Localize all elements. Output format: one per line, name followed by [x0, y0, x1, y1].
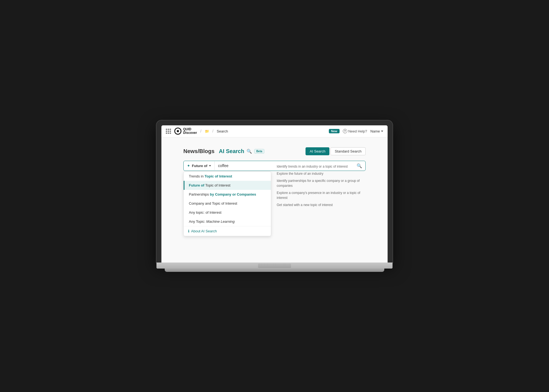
grid-icon[interactable] [166, 129, 171, 134]
hint-2: Explore the future of an industry [277, 170, 366, 177]
logo-text: QUIDDiscover [183, 128, 197, 135]
laptop-base [156, 263, 393, 269]
dropdown-footer[interactable]: ℹ About AI Search [184, 226, 271, 236]
standard-search-toggle[interactable]: Standard Search [330, 147, 366, 155]
screen-bezel: QUIDDiscover / 📁 / Search New ? Need Hel… [156, 120, 393, 263]
search-type-label: Future of [192, 164, 207, 168]
chevron-down-icon [381, 131, 383, 132]
search-hints: Identify trends in an industry or a topi… [277, 161, 366, 211]
hint-3: Identify partnerships for a specific com… [277, 177, 366, 189]
page-title: News/Blogs AI Search 🔍 Beta [183, 148, 264, 154]
hint-1: Identify trends in an industry or a topi… [277, 163, 366, 170]
logo-circle [174, 128, 181, 135]
help-icon: ? [343, 129, 347, 133]
type-chevron-icon [209, 165, 211, 167]
help-label: Need Help? [348, 129, 367, 133]
topbar-right: New ? Need Help? Name [329, 129, 383, 133]
breadcrumb-sep-1: / [200, 129, 201, 133]
search-type-selector[interactable]: ✦ Future of [184, 161, 215, 170]
beta-badge: Beta [254, 149, 265, 154]
logo[interactable]: QUIDDiscover [174, 128, 197, 135]
dropdown-item-partnerships[interactable]: Partnerships by Company or Companies [184, 190, 271, 199]
dropdown-item-any-topic-ml[interactable]: Any Topic: Machine Learning [184, 217, 271, 226]
laptop-bottom [165, 269, 384, 272]
laptop-container: QUIDDiscover / 📁 / Search New ? Need Hel… [156, 120, 393, 272]
search-bar-container: ✦ Future of 🔍 Trends in Topic of Intere [183, 161, 366, 171]
breadcrumb-search: Search [217, 129, 228, 133]
info-icon: ℹ [188, 229, 189, 233]
breadcrumb-sep-2: / [212, 129, 214, 133]
new-badge: New [329, 129, 340, 133]
ai-label: AI Search [219, 148, 244, 154]
dropdown-item-company[interactable]: Company and Topic of Interest [184, 199, 271, 208]
newsblogs-label: News/Blogs [183, 148, 214, 154]
ai-search-icon: 🔍 [247, 149, 252, 154]
hint-5: Get started with a new topic of interest [277, 201, 366, 208]
help-link[interactable]: ? Need Help? [343, 129, 367, 133]
trackpad [258, 264, 291, 268]
main-content: News/Blogs AI Search 🔍 Beta AI Search St… [161, 137, 388, 263]
name-label: Name [370, 129, 380, 133]
dropdown-item-any-topic[interactable]: Any topic: of Interest [184, 208, 271, 217]
dropdown-item-trends[interactable]: Trends in Topic of Interest [184, 172, 271, 181]
folder-icon[interactable]: 📁 [205, 129, 209, 133]
dropdown-item-future[interactable]: Future of Topic of Interest [184, 181, 271, 190]
search-toggle: AI Search Standard Search [306, 147, 366, 155]
screen: QUIDDiscover / 📁 / Search New ? Need Hel… [161, 125, 388, 263]
hint-4: Explore a company's presence in an indus… [277, 189, 366, 201]
name-dropdown[interactable]: Name [370, 129, 383, 133]
topbar: QUIDDiscover / 📁 / Search New ? Need Hel… [161, 125, 388, 137]
sparkle-icon: ✦ [187, 163, 190, 168]
about-ai-search[interactable]: About AI Search [191, 229, 217, 233]
search-dropdown: Trends in Topic of Interest Future of To… [183, 171, 271, 236]
page-title-area: News/Blogs AI Search 🔍 Beta AI Search St… [183, 147, 366, 155]
ai-search-toggle[interactable]: AI Search [306, 147, 329, 155]
